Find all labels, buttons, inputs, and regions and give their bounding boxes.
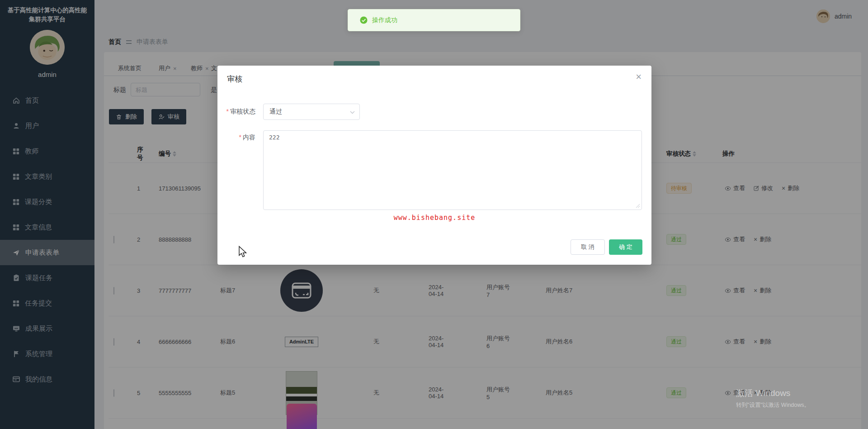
- required-asterisk: *: [226, 108, 229, 115]
- screen: 基于高性能计算中心的高性能集群共享平台 admin 首页 用户: [0, 0, 868, 429]
- toast-message: 操作成功: [372, 16, 397, 24]
- chevron-down-icon: [350, 111, 355, 114]
- review-status-label: *审核状态: [217, 108, 255, 116]
- review-status-value: 通过: [269, 108, 282, 116]
- review-status-select[interactable]: 通过: [263, 104, 360, 120]
- cancel-button[interactable]: 取 消: [571, 239, 605, 255]
- content-textarea[interactable]: 222: [263, 130, 642, 210]
- content-label: *内容: [217, 133, 255, 142]
- success-check-icon: [360, 16, 368, 24]
- dialog-close-icon[interactable]: ×: [636, 72, 642, 82]
- required-asterisk: *: [239, 133, 241, 141]
- success-toast: 操作成功: [348, 9, 520, 31]
- review-dialog: 审核 × *审核状态 通过 *内容 222 www.bishebang.site…: [217, 66, 651, 265]
- confirm-button[interactable]: 确 定: [609, 239, 642, 255]
- watermark-link[interactable]: www.bishebang.site: [217, 214, 651, 222]
- dialog-title: 审核: [227, 74, 242, 84]
